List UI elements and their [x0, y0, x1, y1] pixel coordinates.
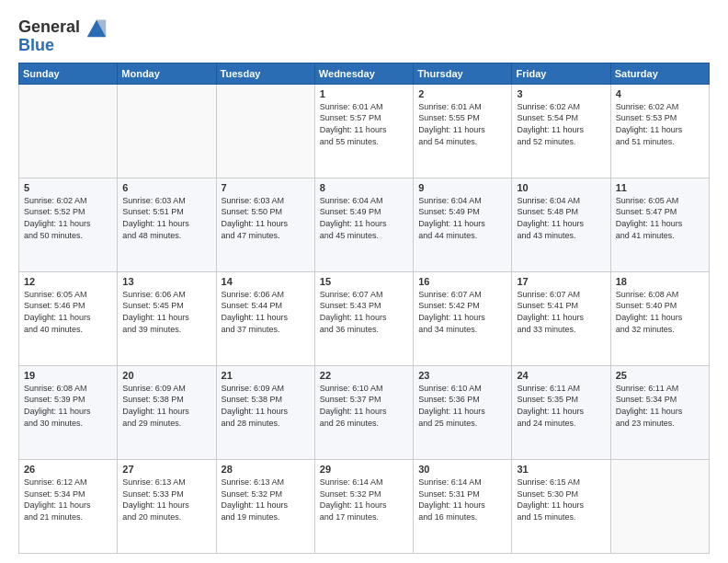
calendar-day-8: 8Sunrise: 6:04 AMSunset: 5:49 PMDaylight… — [314, 178, 413, 271]
day-number: 15 — [320, 276, 408, 287]
day-number: 20 — [122, 370, 210, 381]
header: General Blue — [18, 15, 710, 55]
weekday-header-monday: Monday — [118, 63, 216, 84]
calendar-day-4: 4Sunrise: 6:02 AMSunset: 5:53 PMDaylight… — [610, 84, 709, 178]
calendar-day-27: 27Sunrise: 6:13 AMSunset: 5:33 PMDayligh… — [118, 459, 216, 553]
calendar-empty-cell — [610, 459, 709, 553]
day-number: 25 — [616, 370, 704, 381]
day-info: Sunrise: 6:09 AMSunset: 5:38 PMDaylight:… — [122, 383, 210, 429]
calendar-day-31: 31Sunrise: 6:15 AMSunset: 5:30 PMDayligh… — [512, 459, 610, 553]
calendar-header-row: SundayMondayTuesdayWednesdayThursdayFrid… — [19, 63, 710, 84]
calendar-day-21: 21Sunrise: 6:09 AMSunset: 5:38 PMDayligh… — [216, 365, 314, 459]
day-info: Sunrise: 6:08 AMSunset: 5:40 PMDaylight:… — [616, 289, 704, 335]
calendar-week-row: 5Sunrise: 6:02 AMSunset: 5:52 PMDaylight… — [19, 178, 710, 271]
logo-icon — [84, 15, 109, 40]
day-info: Sunrise: 6:07 AMSunset: 5:42 PMDaylight:… — [418, 289, 506, 335]
weekday-header-tuesday: Tuesday — [216, 63, 314, 84]
day-number: 21 — [222, 370, 310, 381]
day-number: 23 — [418, 370, 506, 381]
day-info: Sunrise: 6:13 AMSunset: 5:32 PMDaylight:… — [222, 477, 310, 523]
calendar-day-19: 19Sunrise: 6:08 AMSunset: 5:39 PMDayligh… — [19, 365, 118, 459]
calendar-day-2: 2Sunrise: 6:01 AMSunset: 5:55 PMDaylight… — [414, 84, 512, 178]
calendar-day-7: 7Sunrise: 6:03 AMSunset: 5:50 PMDaylight… — [216, 178, 314, 271]
calendar-week-row: 19Sunrise: 6:08 AMSunset: 5:39 PMDayligh… — [19, 365, 710, 459]
calendar-day-18: 18Sunrise: 6:08 AMSunset: 5:40 PMDayligh… — [610, 271, 709, 365]
calendar-day-10: 10Sunrise: 6:04 AMSunset: 5:48 PMDayligh… — [512, 178, 610, 271]
day-number: 11 — [616, 182, 704, 193]
day-number: 17 — [517, 276, 605, 287]
calendar-empty-cell — [118, 84, 216, 178]
day-info: Sunrise: 6:04 AMSunset: 5:49 PMDaylight:… — [418, 195, 506, 241]
day-number: 28 — [222, 464, 310, 475]
weekday-header-sunday: Sunday — [19, 63, 118, 84]
day-info: Sunrise: 6:05 AMSunset: 5:47 PMDaylight:… — [616, 195, 704, 241]
calendar-day-25: 25Sunrise: 6:11 AMSunset: 5:34 PMDayligh… — [610, 365, 709, 459]
day-info: Sunrise: 6:04 AMSunset: 5:49 PMDaylight:… — [320, 195, 408, 241]
day-info: Sunrise: 6:13 AMSunset: 5:33 PMDaylight:… — [122, 477, 210, 523]
day-number: 6 — [122, 182, 210, 193]
day-info: Sunrise: 6:14 AMSunset: 5:32 PMDaylight:… — [320, 477, 408, 523]
day-info: Sunrise: 6:10 AMSunset: 5:37 PMDaylight:… — [320, 383, 408, 429]
day-number: 18 — [616, 276, 704, 287]
calendar-day-16: 16Sunrise: 6:07 AMSunset: 5:42 PMDayligh… — [414, 271, 512, 365]
day-number: 16 — [418, 276, 506, 287]
day-info: Sunrise: 6:02 AMSunset: 5:52 PMDaylight:… — [24, 195, 112, 241]
day-number: 13 — [122, 276, 210, 287]
day-info: Sunrise: 6:06 AMSunset: 5:45 PMDaylight:… — [122, 289, 210, 335]
calendar-day-23: 23Sunrise: 6:10 AMSunset: 5:36 PMDayligh… — [414, 365, 512, 459]
calendar-table: SundayMondayTuesdayWednesdayThursdayFrid… — [18, 63, 710, 554]
calendar-day-13: 13Sunrise: 6:06 AMSunset: 5:45 PMDayligh… — [118, 271, 216, 365]
day-info: Sunrise: 6:11 AMSunset: 5:35 PMDaylight:… — [517, 383, 605, 429]
day-info: Sunrise: 6:15 AMSunset: 5:30 PMDaylight:… — [517, 477, 605, 523]
day-number: 10 — [517, 182, 605, 193]
calendar-week-row: 1Sunrise: 6:01 AMSunset: 5:57 PMDaylight… — [19, 84, 710, 178]
page: General Blue SundayMondayTuesdayWednesda… — [0, 0, 728, 563]
calendar-day-6: 6Sunrise: 6:03 AMSunset: 5:51 PMDaylight… — [118, 178, 216, 271]
weekday-header-friday: Friday — [512, 63, 610, 84]
day-info: Sunrise: 6:01 AMSunset: 5:57 PMDaylight:… — [320, 101, 408, 147]
logo-blue: Blue — [18, 37, 54, 55]
day-number: 22 — [320, 370, 408, 381]
day-info: Sunrise: 6:08 AMSunset: 5:39 PMDaylight:… — [24, 383, 112, 429]
calendar-day-15: 15Sunrise: 6:07 AMSunset: 5:43 PMDayligh… — [314, 271, 413, 365]
day-number: 27 — [122, 464, 210, 475]
day-number: 4 — [616, 88, 704, 99]
day-number: 7 — [222, 182, 310, 193]
calendar-day-11: 11Sunrise: 6:05 AMSunset: 5:47 PMDayligh… — [610, 178, 709, 271]
calendar-day-12: 12Sunrise: 6:05 AMSunset: 5:46 PMDayligh… — [19, 271, 118, 365]
calendar-day-14: 14Sunrise: 6:06 AMSunset: 5:44 PMDayligh… — [216, 271, 314, 365]
day-info: Sunrise: 6:02 AMSunset: 5:54 PMDaylight:… — [517, 101, 605, 147]
calendar-day-1: 1Sunrise: 6:01 AMSunset: 5:57 PMDaylight… — [314, 84, 413, 178]
calendar-day-29: 29Sunrise: 6:14 AMSunset: 5:32 PMDayligh… — [314, 459, 413, 553]
day-number: 30 — [418, 464, 506, 475]
day-info: Sunrise: 6:07 AMSunset: 5:43 PMDaylight:… — [320, 289, 408, 335]
day-number: 2 — [418, 88, 506, 99]
calendar-empty-cell — [19, 84, 118, 178]
day-number: 19 — [24, 370, 112, 381]
calendar-day-26: 26Sunrise: 6:12 AMSunset: 5:34 PMDayligh… — [19, 459, 118, 553]
day-info: Sunrise: 6:01 AMSunset: 5:55 PMDaylight:… — [418, 101, 506, 147]
calendar-day-22: 22Sunrise: 6:10 AMSunset: 5:37 PMDayligh… — [314, 365, 413, 459]
day-number: 1 — [320, 88, 408, 99]
calendar-day-30: 30Sunrise: 6:14 AMSunset: 5:31 PMDayligh… — [414, 459, 512, 553]
day-info: Sunrise: 6:03 AMSunset: 5:51 PMDaylight:… — [122, 195, 210, 241]
day-info: Sunrise: 6:05 AMSunset: 5:46 PMDaylight:… — [24, 289, 112, 335]
day-number: 8 — [320, 182, 408, 193]
day-number: 12 — [24, 276, 112, 287]
day-number: 29 — [320, 464, 408, 475]
weekday-header-wednesday: Wednesday — [314, 63, 413, 84]
day-info: Sunrise: 6:07 AMSunset: 5:41 PMDaylight:… — [517, 289, 605, 335]
calendar-week-row: 26Sunrise: 6:12 AMSunset: 5:34 PMDayligh… — [19, 459, 710, 553]
calendar-empty-cell — [216, 84, 314, 178]
calendar-day-20: 20Sunrise: 6:09 AMSunset: 5:38 PMDayligh… — [118, 365, 216, 459]
day-info: Sunrise: 6:11 AMSunset: 5:34 PMDaylight:… — [616, 383, 704, 429]
day-number: 14 — [222, 276, 310, 287]
day-number: 31 — [517, 464, 605, 475]
day-info: Sunrise: 6:09 AMSunset: 5:38 PMDaylight:… — [222, 383, 310, 429]
calendar-day-28: 28Sunrise: 6:13 AMSunset: 5:32 PMDayligh… — [216, 459, 314, 553]
calendar-day-3: 3Sunrise: 6:02 AMSunset: 5:54 PMDaylight… — [512, 84, 610, 178]
day-info: Sunrise: 6:02 AMSunset: 5:53 PMDaylight:… — [616, 101, 704, 147]
calendar-week-row: 12Sunrise: 6:05 AMSunset: 5:46 PMDayligh… — [19, 271, 710, 365]
day-number: 3 — [517, 88, 605, 99]
weekday-header-saturday: Saturday — [610, 63, 709, 84]
